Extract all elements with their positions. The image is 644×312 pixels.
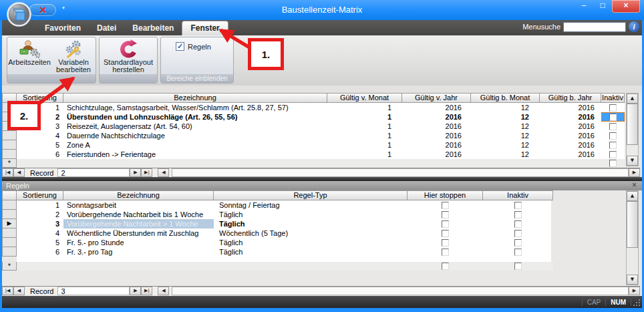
hscroll-left-icon[interactable]: ◀ — [158, 287, 169, 295]
cell-inaktiv[interactable] — [483, 228, 553, 238]
table-row[interactable]: 2 Vorübergehende Nachtarbeit bis 1 Woche… — [2, 210, 553, 219]
record-prev-button[interactable]: ◀ — [13, 168, 25, 177]
hier-stoppen-checkbox[interactable] — [442, 239, 449, 247]
inaktiv-checkbox[interactable] — [609, 151, 617, 158]
cell-regel-typ[interactable]: Täglich — [214, 247, 408, 257]
standardlayout-button[interactable]: Standardlayout herstellen — [100, 39, 156, 73]
row-selector[interactable] — [2, 247, 17, 257]
new-record-row[interactable]: * — [2, 262, 553, 271]
cell-hier-stoppen[interactable] — [408, 210, 483, 219]
table-row[interactable]: 6 Feierstunden -> Ferientage 1 2016 12 2… — [2, 150, 625, 159]
cell-bis-jahr[interactable]: 2016 — [540, 131, 601, 140]
tab-favoriten[interactable]: Favoriten — [37, 21, 89, 35]
scroll-up-icon[interactable]: ▲ — [627, 94, 638, 104]
cell-hier-stoppen[interactable] — [408, 247, 483, 257]
cell-bezeichnung[interactable]: Dauernde Nachtschichtzulage — [63, 131, 327, 140]
horizontal-scrollbar-track[interactable] — [172, 168, 629, 177]
inaktiv-checkbox[interactable] — [514, 220, 522, 228]
inaktiv-checkbox[interactable] — [514, 211, 522, 218]
cell-regel-typ[interactable]: Täglich — [214, 219, 408, 228]
cell-von-monat[interactable]: 1 — [327, 112, 402, 122]
cell-bezeichnung[interactable]: Feierstunden -> Ferientage — [63, 150, 327, 159]
minimize-button[interactable]: – — [575, 0, 593, 13]
record-next-button[interactable]: ▶ — [130, 168, 141, 177]
cell-inaktiv[interactable] — [601, 131, 625, 140]
scroll-down-icon[interactable]: ▼ — [627, 156, 638, 166]
cell-sortierung[interactable]: 1 — [17, 200, 63, 210]
cell-von-jahr[interactable]: 2016 — [402, 131, 471, 140]
table-row-selected[interactable]: 2 Überstunden und Lohnzuschläge (Art. 26… — [2, 112, 625, 122]
matrix-header-inaktiv[interactable]: Inaktiv — [601, 93, 625, 103]
record-last-button[interactable]: ▶| — [141, 168, 152, 177]
cell-bis-monat[interactable]: 12 — [471, 140, 540, 150]
cell-bezeichnung[interactable]: Überstunden und Lohnzuschläge (Art. 26, … — [63, 112, 327, 122]
cell-hier-stoppen[interactable] — [408, 262, 483, 271]
cell-bis-monat[interactable]: 12 — [471, 103, 540, 112]
matrix-header-bezeichnung[interactable]: Bezeichnung — [63, 93, 327, 103]
hier-stoppen-checkbox[interactable] — [442, 202, 449, 209]
cell-bis-jahr[interactable]: 2016 — [540, 140, 601, 150]
arbeitszeiten-button[interactable]: Arbeitszeiten — [8, 39, 51, 73]
table-row[interactable]: 4 Dauernde Nachtschichtzulage 1 2016 12 … — [2, 131, 625, 140]
table-row[interactable]: 1 Schichtzulage, Samstagsarbeit, Wasser/… — [2, 103, 625, 112]
table-row[interactable]: 1 Sonntagsarbeit Sonntag / Feiertag — [2, 200, 553, 210]
cell-inaktiv[interactable] — [483, 247, 553, 257]
record-last-button[interactable]: ▶| — [141, 287, 152, 295]
variabeln-bearbeiten-button[interactable]: Variabeln bearbeiten — [52, 39, 95, 73]
quick-close-icon[interactable]: ✕ — [39, 5, 47, 15]
cell-sortierung[interactable]: 3 — [17, 219, 63, 228]
maximize-button[interactable]: □ — [593, 0, 612, 13]
cell-inaktiv[interactable] — [483, 200, 553, 210]
cell-sortierung[interactable]: 6 — [17, 247, 63, 257]
regeln-close-icon[interactable]: × — [632, 181, 637, 190]
cell-von-jahr[interactable]: 2016 — [402, 112, 471, 122]
cell-inaktiv[interactable] — [483, 262, 553, 271]
cell-von-monat[interactable]: 1 — [327, 103, 402, 112]
table-row-selected[interactable]: ▶ 3 Vorübergehende Nachtarbeit > 1 Woche… — [2, 219, 553, 228]
table-row[interactable]: 5 Fr. 5.- pro Stunde Täglich — [2, 238, 553, 247]
cell-regel-typ[interactable]: Täglich — [214, 238, 408, 247]
cell-inaktiv[interactable] — [601, 150, 625, 159]
cell-bis-monat[interactable]: 12 — [471, 112, 540, 122]
table-row[interactable]: 3 Reisezeit, Auslagenersatz (Art. 54, 60… — [2, 122, 625, 131]
inaktiv-checkbox[interactable] — [514, 230, 522, 237]
horizontal-scrollbar-track[interactable] — [172, 287, 629, 295]
cell-von-jahr[interactable]: 2016 — [402, 150, 471, 159]
cell-von-monat[interactable]: 1 — [327, 150, 402, 159]
cell-von-jahr[interactable]: 2016 — [402, 140, 471, 150]
cell-bis-monat[interactable]: 12 — [471, 131, 540, 140]
table-row[interactable]: 5 Zone A 1 2016 12 2016 — [2, 140, 625, 150]
cell-sortierung[interactable]: 5 — [17, 140, 63, 150]
matrix-header-gueltig-v-jahr[interactable]: Gültig v. Jahr — [402, 93, 471, 103]
resize-grip[interactable] — [639, 305, 640, 306]
tab-datei[interactable]: Datei — [89, 21, 124, 35]
inaktiv-checkbox[interactable] — [609, 160, 617, 167]
cell-bis-jahr[interactable]: 2016 — [540, 112, 601, 122]
cell-sortierung[interactable]: 6 — [17, 150, 63, 159]
menusuche-input[interactable] — [563, 22, 626, 32]
cell-bezeichnung[interactable]: Vorübergehende Nachtarbeit bis 1 Woche — [63, 210, 214, 219]
cell-von-jahr[interactable]: 2016 — [402, 122, 471, 131]
cell-inaktiv[interactable] — [601, 159, 625, 168]
cell-bis-jahr[interactable]: 2016 — [540, 150, 601, 159]
hier-stoppen-checkbox[interactable] — [442, 249, 449, 256]
cell-bis-monat[interactable]: 12 — [471, 150, 540, 159]
cell-hier-stoppen[interactable] — [408, 219, 483, 228]
record-first-button[interactable]: |◀ — [2, 168, 13, 177]
regeln-header-hier-stoppen[interactable]: Hier stoppen — [408, 190, 483, 200]
regeln-header-sortierung[interactable]: Sortierung — [17, 190, 63, 200]
cell-sortierung[interactable]: 5 — [17, 238, 63, 247]
cell-von-monat[interactable]: 1 — [327, 140, 402, 150]
cell-inaktiv-selected[interactable] — [601, 112, 625, 122]
new-record-row[interactable]: * — [2, 159, 625, 168]
close-button[interactable]: × — [612, 0, 640, 13]
inaktiv-checkbox[interactable] — [609, 142, 617, 149]
cell-bis-jahr[interactable]: 2016 — [540, 103, 601, 112]
record-number-field[interactable]: 2 — [57, 168, 130, 177]
inaktiv-checkbox[interactable] — [609, 104, 617, 112]
cell-bezeichnung[interactable]: Schichtzulage, Samstagsarbeit, Wasser/Sc… — [63, 103, 327, 112]
record-next-button[interactable]: ▶ — [130, 287, 141, 295]
matrix-header-gueltig-b-jahr[interactable]: Gültig b. Jahr — [540, 93, 601, 103]
cell-sortierung[interactable]: 4 — [17, 131, 63, 140]
cell-sortierung[interactable]: 4 — [17, 228, 63, 238]
